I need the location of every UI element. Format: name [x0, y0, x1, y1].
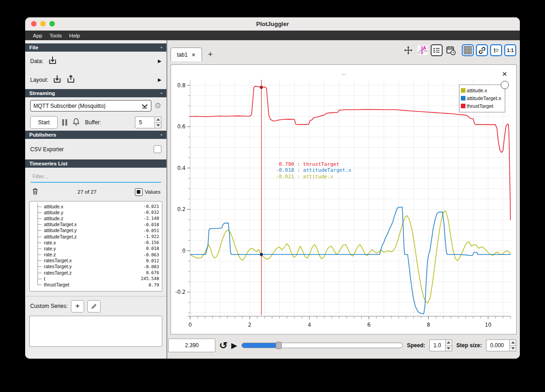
plot-area[interactable]: 0246810-0.200.20.40.60.8 0.790 : thrustT… — [171, 64, 517, 334]
timeseries-row[interactable]: attitudeTarget.x-0.018 — [32, 222, 159, 228]
slider-handle[interactable] — [276, 342, 282, 349]
buffer-up-icon[interactable] — [155, 117, 161, 123]
add-custom-series-button[interactable]: + — [71, 300, 84, 313]
svg-text:8: 8 — [427, 322, 430, 328]
pause-icon[interactable] — [62, 119, 67, 126]
buffer-input[interactable] — [135, 117, 155, 128]
streaming-section-title: Streaming — [29, 90, 55, 96]
buffer-spinbox — [135, 117, 161, 128]
step-down-icon[interactable] — [509, 346, 516, 352]
current-time-field[interactable] — [168, 339, 215, 352]
notifications-bell-icon[interactable] — [72, 117, 80, 128]
curve-style-icon[interactable]: A — [417, 44, 428, 56]
timeseries-list[interactable]: attitude.x-0.021attitude.y-0.032attitude… — [29, 201, 162, 291]
menu-help[interactable]: Help — [66, 33, 83, 38]
legend-swatch-icon — [461, 88, 465, 93]
speed-label: Speed: — [407, 342, 425, 349]
timeseries-row[interactable]: rate.z-0.063 — [32, 252, 159, 258]
svg-text:A: A — [423, 46, 426, 50]
timeseries-row[interactable]: ratesTarget.y-0.083 — [32, 264, 159, 270]
legend[interactable]: attitude.xattitudeTarget.xthrustTarget — [459, 85, 505, 112]
time-slider[interactable] — [241, 342, 403, 349]
step-up-icon[interactable] — [509, 339, 516, 346]
collapse-icon[interactable]: - — [160, 132, 162, 138]
legend-handle-icon[interactable] — [501, 81, 509, 89]
timeseries-row[interactable]: thrustTarget0.79 — [32, 281, 159, 287]
svg-text:0.6: 0.6 — [177, 123, 186, 130]
legend-label: attitude.x — [467, 88, 487, 93]
legend-swatch-icon — [461, 104, 465, 108]
timeseries-row[interactable]: attitude.x-0.021 — [32, 203, 159, 209]
left-sidebar: File - Data: ▶ Layout: — [25, 40, 166, 359]
menu-tools[interactable]: Tools — [46, 33, 65, 38]
custom-series-list[interactable] — [29, 316, 162, 347]
save-layout-icon[interactable] — [66, 74, 76, 86]
legend-entry[interactable]: attitude.x — [461, 86, 501, 94]
values-checkbox[interactable] — [135, 188, 143, 196]
link-axes-icon[interactable] — [476, 44, 488, 56]
timeseries-row[interactable]: t245.548 — [32, 275, 159, 281]
csv-exporter-checkbox[interactable] — [154, 145, 161, 153]
tab-bar: tab1 × + A — [167, 40, 520, 61]
streaming-settings-gear-icon[interactable]: ⚙ — [155, 101, 161, 111]
timeseries-section-header[interactable]: Timeseries List — [25, 159, 166, 168]
tab-tab1[interactable]: tab1 × — [171, 48, 202, 61]
menu-app[interactable]: App — [30, 33, 45, 38]
speed-input[interactable] — [429, 339, 445, 351]
tab-label: tab1 — [177, 52, 187, 58]
time-offset-icon[interactable]: tO — [490, 44, 502, 56]
plot-close-icon[interactable]: × — [502, 69, 507, 78]
timeseries-row[interactable]: attitude.z-2.148 — [32, 215, 159, 221]
timeseries-row[interactable]: rate.y0.018 — [32, 245, 159, 251]
curve-list-icon[interactable] — [431, 44, 443, 56]
edit-custom-series-button[interactable] — [87, 300, 101, 313]
timeseries-row[interactable]: attitude.y-0.032 — [32, 209, 159, 215]
layout-menu-arrow-icon[interactable]: ▶ — [158, 77, 161, 82]
desktop-background: { "window": { "title": "PlotJuggler" }, … — [0, 0, 545, 392]
values-label: Values — [145, 189, 160, 195]
legend-entry[interactable]: thrustTarget — [461, 102, 501, 110]
timeseries-row[interactable]: attitudeTarget.z-1.922 — [32, 233, 159, 239]
loop-button[interactable]: ↺ — [219, 340, 227, 351]
load-data-icon[interactable] — [48, 55, 58, 67]
timeseries-row[interactable]: attitudeTarget.y-0.051 — [32, 228, 159, 233]
timeseries-row[interactable]: ratesTarget.z0.676 — [32, 270, 159, 275]
legend-entries: attitude.xattitudeTarget.xthrustTarget — [461, 86, 501, 110]
load-layout-icon[interactable] — [52, 74, 62, 86]
delete-series-trash-icon[interactable] — [31, 187, 39, 197]
collapse-icon[interactable]: - — [160, 90, 162, 96]
svg-text:-0.021 : attitude.x: -0.021 : attitude.x — [276, 174, 334, 180]
step-size-input[interactable] — [486, 339, 509, 351]
buffer-down-icon[interactable] — [155, 123, 161, 129]
speed-up-icon[interactable] — [445, 339, 452, 346]
window-title: PlotJuggler — [25, 21, 520, 27]
start-button[interactable]: Start — [30, 116, 58, 129]
date-time-icon[interactable] — [445, 44, 457, 56]
collapse-icon[interactable]: - — [160, 44, 162, 51]
custom-series-label: Custom Series: — [30, 303, 68, 309]
step-size-spinbox — [486, 339, 516, 351]
streaming-section-header[interactable]: Streaming - — [25, 89, 166, 97]
ratio-one-to-one-icon[interactable]: 1:1 — [504, 44, 516, 56]
data-menu-arrow-icon[interactable]: ▶ — [158, 58, 161, 64]
speed-down-icon[interactable] — [445, 346, 452, 352]
play-button[interactable]: ▶ — [231, 341, 237, 350]
legend-entry[interactable]: attitudeTarget.x — [461, 94, 501, 102]
menu-bar: App Tools Help — [25, 31, 520, 40]
file-section-header[interactable]: File - — [25, 43, 166, 52]
publishers-section-header[interactable]: Publishers - — [25, 131, 166, 139]
svg-text:6: 6 — [367, 322, 370, 328]
tab-close-icon[interactable]: × — [192, 52, 195, 58]
csv-exporter-label: CSV Exporter — [30, 146, 64, 153]
timeseries-row[interactable]: rate.x-0.156 — [32, 239, 159, 245]
add-tab-button[interactable]: + — [202, 49, 219, 59]
timeseries-row[interactable]: ratesTarget.x0.012 — [32, 258, 159, 264]
titlebar: PlotJuggler — [25, 17, 520, 31]
streaming-source-select[interactable]: MQTT Subscriber (Mosquitto) — [30, 100, 151, 111]
pan-zoom-icon[interactable] — [402, 44, 414, 56]
svg-text:-0.2: -0.2 — [176, 289, 186, 295]
svg-text:4: 4 — [308, 322, 311, 328]
filter-input[interactable] — [31, 172, 161, 183]
grid-layout-icon[interactable] — [462, 44, 474, 56]
transport-bar: ↺ ▶ Speed: Step size: — [167, 338, 520, 353]
